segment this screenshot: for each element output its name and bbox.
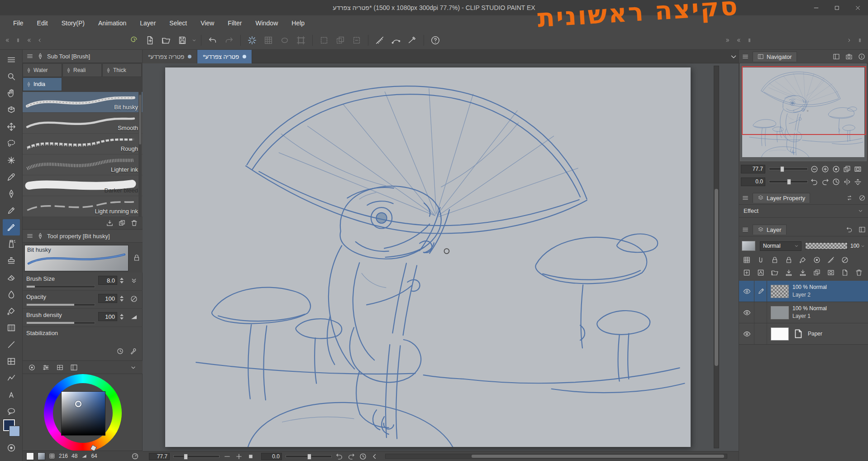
opacity-slider[interactable] (26, 303, 95, 306)
layer-thumbnail[interactable] (771, 327, 789, 341)
color-wheel[interactable] (44, 374, 122, 452)
rotation-value[interactable]: 0.0 (261, 453, 282, 460)
panel-divider-icon[interactable] (14, 36, 22, 44)
brush-item-light-running-ink[interactable]: Light running ink (23, 196, 143, 217)
menu-window[interactable]: Window (248, 19, 285, 27)
fit-screen-icon[interactable] (247, 452, 255, 461)
layer-property-menu-icon[interactable] (742, 194, 749, 202)
move-tool-icon[interactable] (3, 119, 20, 135)
visibility-eye-icon[interactable] (743, 308, 751, 317)
footer-color-icon[interactable] (28, 364, 36, 371)
ruler-snap-icon[interactable] (373, 34, 386, 47)
hand-tool-icon[interactable] (3, 85, 20, 101)
help-icon[interactable] (429, 34, 442, 47)
transfer-down-icon[interactable] (785, 269, 793, 277)
zoom-in-icon[interactable] (235, 452, 243, 461)
subtool-tab-thick[interactable]: Thick (102, 63, 142, 77)
new-document-icon[interactable] (143, 34, 157, 47)
menu-story[interactable]: Story(P) (55, 19, 91, 27)
gradient-tool-icon[interactable] (3, 320, 20, 336)
zoom-tool-icon[interactable] (3, 68, 20, 85)
brush-item-lighter-ink[interactable]: Lighter ink (23, 154, 143, 175)
ruler-range-icon[interactable] (827, 256, 835, 264)
zoom-out-icon[interactable] (223, 452, 231, 461)
rotate-left-icon[interactable] (335, 452, 343, 461)
navigator-zoom-value[interactable]: 77.7 (741, 165, 765, 173)
brush-tool-icon[interactable] (3, 219, 20, 235)
scroll-left-icon[interactable] (371, 452, 379, 461)
rotate-right-icon[interactable] (347, 452, 355, 461)
canvas-vertical-scrollbar[interactable] (714, 66, 719, 448)
footer-panel-icon[interactable] (70, 364, 78, 371)
object-tool-icon[interactable] (3, 102, 20, 118)
collapse-left-icon[interactable] (3, 36, 11, 44)
decoration-tool-icon[interactable] (3, 253, 20, 269)
menu-view[interactable]: View (194, 19, 221, 27)
drawing-canvas[interactable] (165, 67, 691, 447)
layer-opacity-value[interactable]: 100 (850, 243, 865, 249)
layer-panel-tab[interactable]: Layer (753, 225, 787, 235)
brush-size-slider[interactable] (26, 285, 95, 288)
close-button[interactable] (847, 0, 868, 15)
brush-density-value[interactable]: 100 (98, 312, 117, 321)
delete-subtool-icon[interactable] (130, 219, 138, 227)
brush-size-value[interactable]: 8.0 (98, 276, 117, 285)
grid-icon[interactable] (262, 34, 275, 47)
document-tab-2[interactable]: פטריה צפרדע* (197, 50, 252, 63)
layer-disable-icon[interactable] (841, 256, 849, 264)
balloon-tool-icon[interactable] (3, 403, 20, 420)
visibility-eye-icon[interactable] (743, 287, 751, 296)
preset-toggle-icon[interactable] (130, 277, 138, 285)
subview-icon[interactable] (833, 53, 840, 60)
footer-expand-icon[interactable] (129, 364, 137, 371)
draft-layer-icon[interactable] (813, 256, 821, 264)
rotation-slider[interactable] (286, 455, 332, 458)
crop-frame-icon[interactable] (294, 34, 308, 47)
transparent-color-icon[interactable] (6, 443, 16, 453)
visibility-eye-icon[interactable] (743, 330, 751, 338)
ruler-tool-icon[interactable] (3, 370, 20, 386)
layer-name[interactable]: Layer 1 (792, 313, 811, 319)
swap-icon[interactable] (846, 194, 853, 202)
collapse-left-2-icon[interactable] (25, 36, 33, 44)
subtool-tab-reali[interactable]: Reali (62, 63, 102, 77)
document-tab-1[interactable]: פטריה צפרדע* (143, 50, 197, 63)
auto-select-tool-icon[interactable] (3, 152, 20, 168)
text-tool-icon[interactable] (3, 387, 20, 403)
layer-name[interactable]: Paper (808, 331, 822, 337)
selection-tool-icon[interactable] (3, 135, 20, 152)
pencil-tool-icon[interactable] (3, 202, 20, 219)
navigator-tab[interactable]: Navigator (753, 52, 797, 62)
nav-zoom-in-icon[interactable] (821, 165, 830, 173)
subtool-tab-water[interactable]: Water (23, 63, 62, 77)
layer-panel-menu-icon[interactable] (742, 226, 749, 233)
eyedropper-tool-icon[interactable] (3, 169, 20, 185)
nav-flip-vertical-icon[interactable] (854, 178, 862, 186)
camera-icon[interactable] (845, 53, 853, 60)
nav-flip-horizontal-icon[interactable] (843, 178, 851, 186)
menu-filter[interactable]: Filter (221, 19, 248, 27)
navigator-rotation-value[interactable]: 0.0 (741, 178, 765, 186)
layer-combine-icon[interactable] (743, 256, 751, 264)
lock-icon[interactable] (133, 254, 141, 262)
menu-help[interactable]: Help (285, 19, 311, 27)
disable-icon[interactable] (858, 194, 866, 202)
opacity-value[interactable]: 100 (98, 294, 117, 303)
curve-snap-icon[interactable] (389, 34, 403, 47)
zoom-slider[interactable] (173, 455, 219, 458)
tool-settings-icon[interactable] (129, 347, 137, 355)
far-right-arrow-icon[interactable] (845, 36, 853, 44)
delete-layer-icon[interactable] (855, 269, 863, 277)
blend-mode-select[interactable]: Normal (760, 241, 801, 251)
layer-name[interactable]: Layer 2 (792, 292, 811, 298)
navigator-view-rectangle[interactable] (742, 66, 866, 135)
layer-row-paper[interactable]: Paper (739, 323, 868, 345)
navigator-menu-icon[interactable] (742, 53, 749, 60)
navigator-rotation-slider[interactable] (769, 180, 808, 183)
layer-row-layer1[interactable]: 100 % Normal Layer 1 (739, 302, 868, 323)
collapse-right-icon[interactable] (724, 36, 732, 44)
nav-reset-rotation-icon[interactable] (832, 178, 840, 186)
layer-property-tab[interactable]: Layer Property (753, 193, 810, 203)
open-file-icon[interactable] (159, 34, 173, 47)
subtool-menu-icon[interactable] (26, 53, 33, 60)
